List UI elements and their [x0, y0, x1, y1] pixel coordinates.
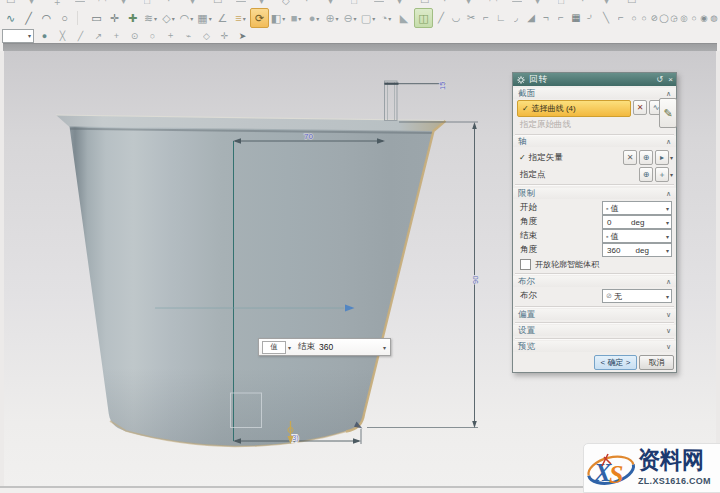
chevron-down-icon[interactable]: ▾	[664, 233, 671, 240]
clipped-menu-icon[interactable]: □	[144, 0, 167, 8]
clipped-menu-icon[interactable]: ▾	[604, 0, 627, 8]
chevron-down-icon[interactable]: ▾	[388, 15, 391, 22]
line-icon[interactable]: ╱	[20, 9, 37, 27]
clipped-menu-icon[interactable]: ▭	[420, 0, 443, 8]
clipped-menu-icon[interactable]: □	[558, 0, 581, 8]
studio-spline-icon[interactable]: ∿	[2, 9, 19, 27]
point-on-curve-icon[interactable]: ⌁	[182, 29, 195, 42]
constraint-equal-icon[interactable]: ◉	[699, 9, 709, 27]
clipped-menu-icon[interactable]: ▭	[6, 0, 29, 8]
pattern-curve-icon[interactable]: ▦▾	[196, 9, 213, 27]
axis-group-header[interactable]: 轴 ∧	[513, 136, 676, 147]
boolean-unite-icon[interactable]: ⊕▾	[324, 9, 340, 27]
select-curve-row[interactable]: ✓ 选择曲线 (4)	[517, 100, 631, 117]
cancel-button[interactable]: 取消	[639, 355, 674, 370]
close-icon[interactable]: ×	[665, 75, 676, 84]
sketch-arc-icon[interactable]: ◡	[449, 9, 463, 27]
boolean-subtract-icon[interactable]: ⊖▾	[342, 9, 358, 27]
end-point-icon[interactable]: ╳	[56, 29, 69, 42]
constraint-tangent-icon[interactable]: ○	[629, 9, 639, 27]
mirror-curve-icon[interactable]: ¬	[539, 9, 553, 27]
vector-type-icon-button[interactable]: ▸	[655, 150, 669, 165]
existing-point-icon[interactable]: ＋	[164, 29, 177, 42]
circle-icon[interactable]: ○	[56, 9, 73, 27]
chevron-up-icon[interactable]: ∧	[666, 138, 671, 146]
ok-button[interactable]: < 确定 >	[594, 355, 637, 370]
selection-filter-combobox[interactable]: ▾	[2, 29, 34, 43]
chevron-down-icon[interactable]: ▾	[243, 15, 246, 22]
sketch-fillet-icon[interactable]: ◞	[509, 9, 523, 27]
chevron-down-icon[interactable]: ▾	[288, 344, 291, 351]
chevron-down-icon[interactable]: ▾	[190, 15, 193, 22]
clipped-menu-icon[interactable]: ·	[581, 0, 604, 8]
clipped-menu-icon[interactable]: ▭	[213, 0, 236, 8]
start-mode-dropdown[interactable]: ▪ 值 ▾	[602, 201, 672, 215]
chevron-down-icon[interactable]: ▾	[336, 15, 339, 22]
end-mode-dropdown[interactable]: ▪ 值 ▾	[602, 229, 672, 243]
offset-icon[interactable]: ⌐	[554, 9, 568, 27]
constraint-fix-icon[interactable]: ◍	[709, 9, 719, 27]
chevron-up-icon[interactable]: ∧	[666, 190, 671, 198]
clipped-menu-icon[interactable]: ▾	[190, 0, 213, 8]
stop-selection-icon-button[interactable]: ✕	[633, 100, 647, 115]
reset-icon[interactable]: ↺	[654, 75, 665, 84]
chevron-down-icon[interactable]: ∨	[666, 327, 671, 335]
end-angle-value[interactable]: 360	[607, 246, 620, 255]
draft-icon[interactable]: ◣	[396, 9, 412, 27]
constraint-collinear-icon[interactable]: ○	[689, 9, 699, 27]
chevron-down-icon[interactable]: ∨	[666, 343, 671, 351]
clipped-menu-icon[interactable]: ·	[443, 0, 466, 8]
clipped-menu-icon[interactable]: —	[236, 0, 259, 8]
revolve-icon[interactable]: ⟳	[250, 8, 269, 28]
clipped-menu-icon[interactable]: —	[374, 0, 397, 8]
specify-point-row[interactable]: 指定点 ⊕ ＋ ▾	[513, 168, 676, 181]
boolean-dropdown[interactable]: ⊘ 无 ▾	[602, 289, 672, 303]
clipped-menu-icon[interactable]: ▭	[627, 0, 650, 8]
offset-group-header[interactable]: 偏置 ∨	[513, 309, 676, 320]
datum-plane-icon[interactable]: ◇▾	[160, 9, 177, 27]
chevron-down-icon[interactable]: ▾	[664, 219, 671, 226]
clipped-menu-icon[interactable]: ▾	[535, 0, 558, 8]
control-point-icon[interactable]: ↗	[92, 29, 105, 42]
trim-body-icon[interactable]: ◫	[414, 8, 433, 28]
clipped-menu-icon[interactable]: ▾	[466, 0, 489, 8]
origin-curve-row[interactable]: 指定原始曲线	[513, 118, 676, 131]
preview-group-header[interactable]: 预览 ∨	[513, 341, 676, 352]
start-angle-field[interactable]: 0 deg ▾	[602, 215, 672, 229]
clipped-menu-icon[interactable]: —	[75, 0, 98, 8]
chevron-down-icon[interactable]: ▾	[282, 15, 285, 22]
settings-group-header[interactable]: 设置 ∨	[513, 325, 676, 336]
open-profile-checkbox[interactable]	[520, 259, 531, 270]
constraint-midpoint-icon[interactable]: ◎	[679, 9, 689, 27]
snap-point-icon[interactable]: ●	[38, 29, 51, 42]
chevron-down-icon[interactable]: ▾	[298, 15, 301, 22]
boolean-group-header[interactable]: 布尔 ∧	[513, 276, 676, 287]
cursor-icon[interactable]: ➤	[236, 29, 249, 42]
rectangle-icon[interactable]: ▭	[88, 9, 105, 27]
onscreen-input-bar[interactable]: 值 ▾ 结束 360 ▾	[258, 338, 391, 356]
constraint-perpendicular-icon[interactable]: ⊘	[649, 9, 659, 27]
edge-blend-icon[interactable]: ◔▾	[378, 9, 394, 27]
chevron-down-icon[interactable]: ▾	[670, 154, 673, 161]
reverse-vector-icon-button[interactable]: ✕	[623, 150, 637, 165]
quick-extend-icon[interactable]: ⌐	[479, 9, 493, 27]
chevron-down-icon[interactable]: ▾	[372, 15, 375, 22]
clipped-menu-icon[interactable]: ▾	[29, 0, 52, 8]
chevron-down-icon[interactable]: ▾	[664, 205, 671, 212]
intersect-icon[interactable]: ⌏	[584, 9, 598, 27]
chevron-down-icon[interactable]: ▾	[354, 15, 357, 22]
arc-icon[interactable]: ◠	[38, 9, 55, 27]
chevron-down-icon[interactable]: ∨	[666, 311, 671, 319]
chevron-down-icon[interactable]: ▾	[209, 15, 212, 22]
point-dialog-icon-button[interactable]: ⊕	[639, 167, 653, 182]
point-icon[interactable]: ✛	[106, 9, 123, 27]
quadrant-point-icon[interactable]: ○	[146, 29, 159, 42]
chevron-down-icon[interactable]: ▾	[670, 171, 673, 178]
extrude-icon[interactable]: ◧▾	[270, 9, 286, 27]
clipped-menu-icon[interactable]: ▾	[397, 0, 420, 8]
clipped-menu-icon[interactable]: ▾	[259, 0, 282, 8]
mid-point-icon[interactable]: ╱	[74, 29, 87, 42]
clipped-menu-icon[interactable]: ◠	[98, 0, 121, 8]
sketch-chamfer-icon[interactable]: ◢	[524, 9, 538, 27]
clipped-menu-icon[interactable]: ＋	[52, 0, 75, 8]
